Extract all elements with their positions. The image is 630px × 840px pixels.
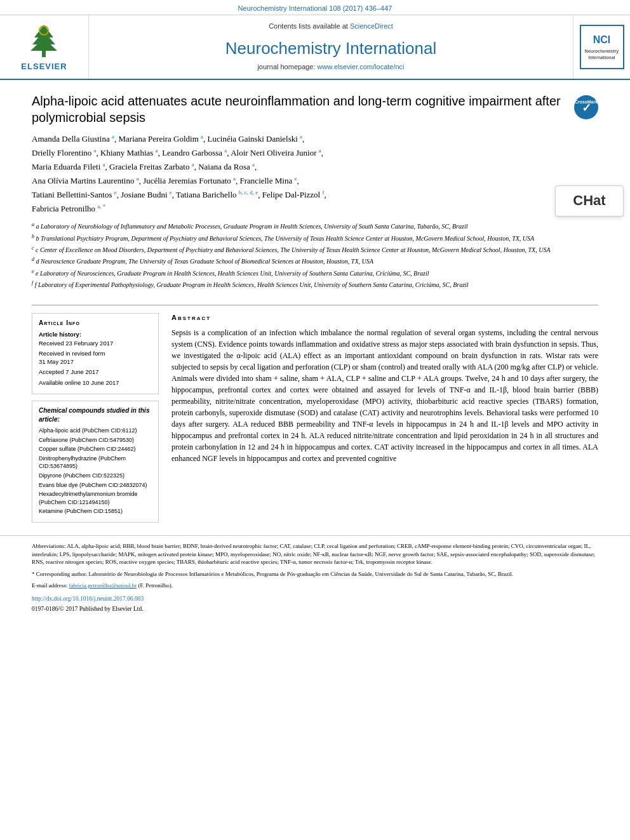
corresponding-author: * Corresponding author. Laboratório de N… bbox=[32, 570, 598, 578]
svg-text:CrossMark: CrossMark bbox=[575, 100, 598, 104]
chat-label: CHat bbox=[573, 191, 605, 211]
chem-6: Evans blue dye (PubChem CID:24832074) bbox=[39, 481, 152, 490]
affil-f: f f Laboratory of Experimental Pathophys… bbox=[32, 279, 598, 290]
chem-4: Dinitrophenylhydrazine (PubChem CID:5367… bbox=[39, 455, 152, 470]
section-divider bbox=[32, 305, 598, 305]
right-column: Abstract Sepsis is a complication of an … bbox=[171, 313, 598, 529]
chemicals-box: Chemical compounds studied in this artic… bbox=[32, 401, 159, 523]
journal-header-center: Contents lists available at ScienceDirec… bbox=[89, 15, 573, 78]
received-date: Received 23 February 2017 bbox=[39, 339, 152, 347]
history-label: Article history: bbox=[39, 330, 152, 338]
chem-7: Hexadecyltrimethylammonium bromide (PubC… bbox=[39, 490, 152, 506]
article-title-row: Alpha-lipoic acid attenuates acute neuro… bbox=[32, 93, 598, 126]
chem-3: Copper sulfate (PubChem CID:24462) bbox=[39, 445, 152, 453]
affil-e: e e Laboratory of Neurosciences, Graduat… bbox=[32, 268, 598, 278]
chem-2: Ceftriaxone (PubChem CID:5479530) bbox=[39, 436, 152, 444]
journal-logo-right: NCI NeurochemistryInternational bbox=[573, 15, 630, 78]
journal-homepage-link[interactable]: www.elsevier.com/locate/nci bbox=[318, 63, 405, 70]
article-info-title: Article Info bbox=[39, 319, 152, 328]
abstract-title: Abstract bbox=[171, 313, 598, 323]
journal-citation: Neurochemistry International 108 (2017) … bbox=[238, 4, 392, 12]
email-link[interactable]: fabricia.petronilho@unisul.br bbox=[69, 582, 137, 589]
doi-line: http://dx.doi.org/10.1016/j.neuint.2017.… bbox=[32, 595, 598, 603]
crossmark-badge[interactable]: ✓ CrossMark bbox=[574, 95, 598, 119]
article-info-box: Article Info Article history: Received 2… bbox=[32, 313, 159, 394]
email-line: E-mail address: fabricia.petronilho@unis… bbox=[32, 582, 598, 590]
doi-link[interactable]: http://dx.doi.org/10.1016/j.neuint.2017.… bbox=[32, 596, 144, 602]
left-column: Article Info Article history: Received 2… bbox=[32, 313, 159, 529]
abstract-text: Sepsis is a complication of an infection… bbox=[171, 327, 598, 464]
journal-title: Neurochemistry International bbox=[225, 37, 436, 60]
elsevier-label: ELSEVIER bbox=[21, 61, 67, 72]
affil-a: a a Laboratory of Neurobiology of Inflam… bbox=[32, 221, 598, 231]
chem-8: Ketamine (PubChem CID:15851) bbox=[39, 507, 152, 516]
chat-button[interactable]: CHat bbox=[555, 185, 624, 217]
sciencedirect-link: Contents lists available at ScienceDirec… bbox=[269, 22, 393, 31]
chem-5: Dipyrone (PubChem CID:522325) bbox=[39, 472, 152, 480]
article-title: Alpha-lipoic acid attenuates acute neuro… bbox=[32, 93, 568, 126]
copyright-line: 0197-0186/© 2017 Published by Elsevier L… bbox=[32, 605, 598, 613]
elsevier-logo-container: ELSEVIER bbox=[0, 15, 89, 78]
nci-logo: NCI NeurochemistryInternational bbox=[580, 25, 624, 69]
abbreviations-text: Abbreviations: ALA, alpha-lipoic acid; B… bbox=[32, 542, 598, 566]
elsevier-logo: ELSEVIER bbox=[21, 22, 67, 72]
chemicals-title: Chemical compounds studied in this artic… bbox=[39, 406, 152, 424]
chem-1: Alpha-lipoic acid (PubChem CID:6112) bbox=[39, 427, 152, 435]
bottom-notes: Abbreviations: ALA, alpha-lipoic acid; B… bbox=[0, 535, 630, 620]
affiliations-block: a a Laboratory of Neurobiology of Inflam… bbox=[32, 221, 598, 290]
page: Neurochemistry International 108 (2017) … bbox=[0, 0, 630, 840]
affil-c: c c Center of Excellence on Mood Disorde… bbox=[32, 244, 598, 255]
elsevier-tree-icon bbox=[22, 22, 66, 60]
article-section: Alpha-lipoic acid attenuates acute neuro… bbox=[0, 80, 630, 298]
affil-d: d d Neuroscience Graduate Program, The U… bbox=[32, 256, 598, 266]
sciencedirect-anchor[interactable]: ScienceDirect bbox=[350, 22, 393, 30]
journal-homepage: journal homepage: www.elsevier.com/locat… bbox=[257, 62, 404, 72]
two-col-layout: Article Info Article history: Received 2… bbox=[0, 313, 630, 529]
accepted-date: Accepted 7 June 2017 bbox=[39, 368, 152, 376]
journal-header: ELSEVIER Contents lists available at Sci… bbox=[0, 15, 630, 79]
revised-label: Received in revised form 31 May 2017 bbox=[39, 349, 152, 366]
affil-b: b b Translational Psychiatry Program, De… bbox=[32, 233, 598, 243]
authors-block: Amanda Della Giustina a, Mariana Pereira… bbox=[32, 132, 598, 217]
journal-citation-bar: Neurochemistry International 108 (2017) … bbox=[0, 0, 630, 15]
crossmark-icon: ✓ CrossMark bbox=[574, 95, 598, 119]
online-date: Available online 10 June 2017 bbox=[39, 378, 152, 387]
